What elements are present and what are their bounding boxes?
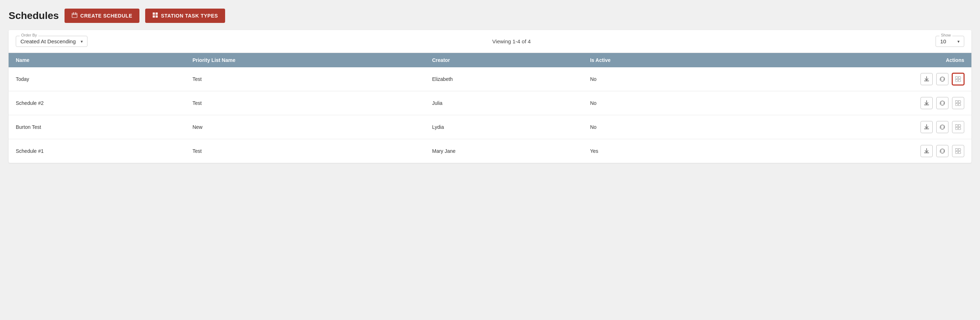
table-header: Name Priority List Name Creator Is Activ… xyxy=(9,53,971,67)
cell-priority: Test xyxy=(185,91,425,115)
col-header-actions: Actions xyxy=(729,53,971,67)
sync-button[interactable] xyxy=(936,73,948,85)
cell-creator: Elizabeth xyxy=(425,67,583,91)
table-header-row: Name Priority List Name Creator Is Activ… xyxy=(9,53,971,67)
svg-rect-10 xyxy=(956,79,958,82)
order-by-select[interactable]: Created At Descending ▾ xyxy=(21,38,83,44)
cell-actions xyxy=(729,139,971,163)
svg-rect-23 xyxy=(958,151,961,154)
table-body: TodayTestElizabethNoSchedule #2TestJulia… xyxy=(9,67,971,163)
cell-active: No xyxy=(583,67,729,91)
viewing-text: Viewing 1-4 of 4 xyxy=(492,38,530,44)
cell-name: Burton Test xyxy=(9,115,185,139)
svg-rect-11 xyxy=(958,79,961,82)
svg-rect-19 xyxy=(958,127,961,130)
show-value: 10 xyxy=(940,38,946,44)
svg-rect-14 xyxy=(956,103,958,106)
table-row: TodayTestElizabethNo xyxy=(9,67,971,91)
svg-rect-15 xyxy=(958,103,961,106)
svg-rect-13 xyxy=(958,101,961,103)
table-row: Schedule #2TestJuliaNo xyxy=(9,91,971,115)
order-by-chevron-icon: ▾ xyxy=(81,39,83,44)
layout-button[interactable] xyxy=(952,145,964,157)
download-button[interactable] xyxy=(921,73,933,85)
create-schedule-label: CREATE SCHEDULE xyxy=(80,13,132,19)
col-header-creator: Creator xyxy=(425,53,583,67)
download-button[interactable] xyxy=(921,97,933,109)
layout-button[interactable] xyxy=(952,121,964,133)
toolbar: Order By Created At Descending ▾ Viewing… xyxy=(9,30,971,53)
svg-rect-6 xyxy=(153,15,155,17)
station-task-types-label: STATION TASK TYPES xyxy=(161,13,218,19)
cell-active: Yes xyxy=(583,139,729,163)
actions-group xyxy=(735,121,964,133)
sync-button[interactable] xyxy=(936,121,948,133)
actions-group xyxy=(735,97,964,109)
calendar-icon xyxy=(72,12,78,19)
col-header-name: Name xyxy=(9,53,185,67)
table-row: Burton TestNewLydiaNo xyxy=(9,115,971,139)
show-label: Show xyxy=(940,33,952,37)
order-by-group[interactable]: Order By Created At Descending ▾ xyxy=(16,36,88,47)
order-by-label: Order By xyxy=(20,33,38,37)
cell-priority: Test xyxy=(185,67,425,91)
show-group[interactable]: Show 10 ▾ xyxy=(935,36,964,47)
cell-creator: Mary Jane xyxy=(425,139,583,163)
cell-actions xyxy=(729,67,971,91)
page-title: Schedules xyxy=(9,10,59,22)
svg-rect-18 xyxy=(956,127,958,130)
svg-rect-4 xyxy=(153,13,155,15)
svg-rect-16 xyxy=(956,125,958,127)
order-by-value: Created At Descending xyxy=(21,38,76,44)
layout-button[interactable] xyxy=(952,73,964,85)
sync-button[interactable] xyxy=(936,97,948,109)
col-header-active: Is Active xyxy=(583,53,729,67)
svg-rect-8 xyxy=(956,77,958,79)
layout-button[interactable] xyxy=(952,97,964,109)
cell-actions xyxy=(729,91,971,115)
schedules-table: Name Priority List Name Creator Is Activ… xyxy=(9,53,971,163)
svg-rect-9 xyxy=(958,77,961,79)
svg-rect-22 xyxy=(956,151,958,154)
sync-button[interactable] xyxy=(936,145,948,157)
svg-rect-12 xyxy=(956,101,958,103)
page-header: Schedules CREATE SCHEDULE STATION TASK T… xyxy=(9,9,971,23)
svg-rect-5 xyxy=(156,13,158,15)
svg-rect-20 xyxy=(956,149,958,151)
station-task-types-button[interactable]: STATION TASK TYPES xyxy=(145,9,225,23)
cell-active: No xyxy=(583,115,729,139)
svg-rect-17 xyxy=(958,125,961,127)
table-icon xyxy=(152,12,158,19)
cell-priority: New xyxy=(185,115,425,139)
content-card: Order By Created At Descending ▾ Viewing… xyxy=(9,30,971,163)
svg-rect-21 xyxy=(958,149,961,151)
create-schedule-button[interactable]: CREATE SCHEDULE xyxy=(65,9,140,23)
cell-name: Today xyxy=(9,67,185,91)
cell-creator: Julia xyxy=(425,91,583,115)
svg-rect-7 xyxy=(156,15,158,17)
cell-creator: Lydia xyxy=(425,115,583,139)
table-row: Schedule #1TestMary JaneYes xyxy=(9,139,971,163)
cell-name: Schedule #1 xyxy=(9,139,185,163)
show-select[interactable]: 10 ▾ xyxy=(940,38,959,44)
col-header-priority: Priority List Name xyxy=(185,53,425,67)
cell-active: No xyxy=(583,91,729,115)
svg-rect-0 xyxy=(72,13,77,17)
cell-name: Schedule #2 xyxy=(9,91,185,115)
actions-group xyxy=(735,73,964,85)
cell-priority: Test xyxy=(185,139,425,163)
show-chevron-icon: ▾ xyxy=(958,39,959,44)
cell-actions xyxy=(729,115,971,139)
download-button[interactable] xyxy=(921,121,933,133)
actions-group xyxy=(735,145,964,157)
download-button[interactable] xyxy=(921,145,933,157)
